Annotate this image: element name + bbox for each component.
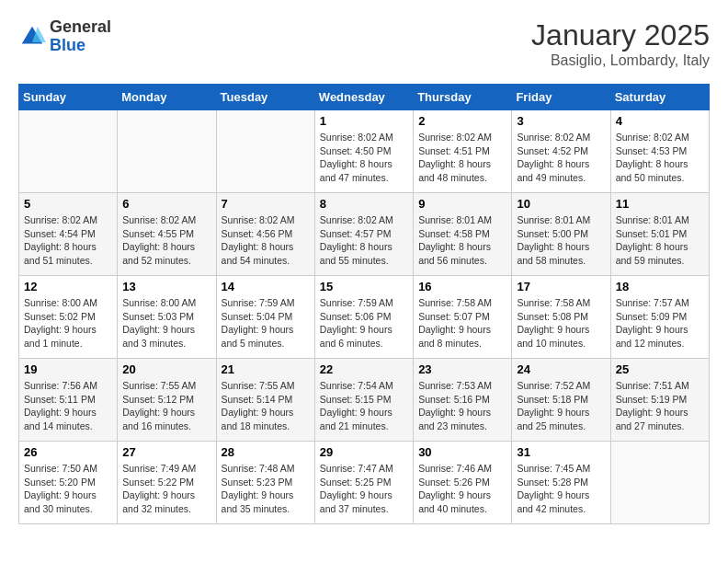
calendar-cell: 22Sunrise: 7:54 AM Sunset: 5:15 PM Dayli… [314,359,413,442]
weekday-header: Sunday [19,85,118,110]
calendar-cell: 12Sunrise: 8:00 AM Sunset: 5:02 PM Dayli… [19,276,118,359]
calendar-cell: 16Sunrise: 7:58 AM Sunset: 5:07 PM Dayli… [414,276,512,359]
day-info: Sunrise: 7:50 AM Sunset: 5:20 PM Dayligh… [24,462,112,516]
calendar-cell: 7Sunrise: 8:02 AM Sunset: 4:56 PM Daylig… [216,193,314,276]
day-info: Sunrise: 7:55 AM Sunset: 5:14 PM Dayligh… [222,379,310,433]
calendar-week-row: 1Sunrise: 8:02 AM Sunset: 4:50 PM Daylig… [19,110,710,193]
day-info: Sunrise: 7:52 AM Sunset: 5:18 PM Dayligh… [517,379,605,433]
calendar-cell: 6Sunrise: 8:02 AM Sunset: 4:55 PM Daylig… [118,193,216,276]
day-info: Sunrise: 8:02 AM Sunset: 4:56 PM Dayligh… [222,213,310,268]
calendar-cell: 4Sunrise: 8:02 AM Sunset: 4:53 PM Daylig… [610,110,709,193]
day-number: 24 [517,362,605,376]
calendar-cell: 21Sunrise: 7:55 AM Sunset: 5:14 PM Dayli… [216,359,314,442]
day-number: 16 [418,280,506,293]
day-info: Sunrise: 7:58 AM Sunset: 5:07 PM Dayligh… [418,296,506,350]
calendar-cell [19,110,118,193]
day-number: 6 [122,197,210,211]
day-number: 13 [122,280,210,293]
calendar-header: SundayMondayTuesdayWednesdayThursdayFrid… [19,85,710,110]
day-number: 5 [24,197,112,211]
calendar-cell: 18Sunrise: 7:57 AM Sunset: 5:09 PM Dayli… [610,276,709,359]
title-block: January 2025 Basiglio, Lombardy, Italy [531,18,710,69]
logo-text: General Blue [50,18,111,55]
day-number: 31 [517,445,605,459]
calendar-cell: 30Sunrise: 7:46 AM Sunset: 5:26 PM Dayli… [414,442,512,524]
logo-general: General [50,18,111,37]
day-number: 29 [320,445,408,459]
day-info: Sunrise: 7:56 AM Sunset: 5:11 PM Dayligh… [24,379,112,433]
day-number: 28 [222,445,310,459]
weekday-header-row: SundayMondayTuesdayWednesdayThursdayFrid… [19,85,710,110]
day-number: 9 [418,197,506,211]
day-info: Sunrise: 8:02 AM Sunset: 4:50 PM Dayligh… [320,131,408,185]
weekday-header: Monday [118,85,216,110]
day-number: 25 [616,362,704,376]
day-number: 11 [616,197,704,211]
day-info: Sunrise: 8:02 AM Sunset: 4:54 PM Dayligh… [24,213,112,268]
day-number: 1 [320,114,408,128]
calendar-cell: 3Sunrise: 8:02 AM Sunset: 4:52 PM Daylig… [512,110,610,193]
day-number: 8 [320,197,408,211]
calendar-week-row: 5Sunrise: 8:02 AM Sunset: 4:54 PM Daylig… [19,193,710,276]
day-info: Sunrise: 7:45 AM Sunset: 5:28 PM Dayligh… [517,462,605,516]
day-number: 26 [24,445,112,459]
weekday-header: Friday [512,85,610,110]
calendar-week-row: 26Sunrise: 7:50 AM Sunset: 5:20 PM Dayli… [19,442,710,524]
logo-icon [18,23,46,51]
calendar-cell [216,110,314,193]
day-info: Sunrise: 7:53 AM Sunset: 5:16 PM Dayligh… [418,379,506,433]
calendar-cell [610,442,709,524]
calendar-cell: 29Sunrise: 7:47 AM Sunset: 5:25 PM Dayli… [314,442,413,524]
calendar-cell: 5Sunrise: 8:02 AM Sunset: 4:54 PM Daylig… [19,193,118,276]
calendar-cell: 9Sunrise: 8:01 AM Sunset: 4:58 PM Daylig… [414,193,512,276]
calendar-cell: 24Sunrise: 7:52 AM Sunset: 5:18 PM Dayli… [512,359,610,442]
calendar-cell: 23Sunrise: 7:53 AM Sunset: 5:16 PM Dayli… [414,359,512,442]
day-info: Sunrise: 7:48 AM Sunset: 5:23 PM Dayligh… [222,462,310,516]
calendar-cell: 28Sunrise: 7:48 AM Sunset: 5:23 PM Dayli… [216,442,314,524]
day-number: 23 [418,362,506,376]
calendar-cell: 14Sunrise: 7:59 AM Sunset: 5:04 PM Dayli… [216,276,314,359]
day-info: Sunrise: 7:59 AM Sunset: 5:04 PM Dayligh… [222,296,310,350]
calendar-cell: 1Sunrise: 8:02 AM Sunset: 4:50 PM Daylig… [314,110,413,193]
calendar-table: SundayMondayTuesdayWednesdayThursdayFrid… [18,84,710,524]
calendar-week-row: 19Sunrise: 7:56 AM Sunset: 5:11 PM Dayli… [19,359,710,442]
day-number: 10 [517,197,605,211]
day-number: 14 [222,280,310,293]
calendar-cell: 2Sunrise: 8:02 AM Sunset: 4:51 PM Daylig… [414,110,512,193]
day-info: Sunrise: 7:57 AM Sunset: 5:09 PM Dayligh… [616,296,704,350]
calendar-cell: 10Sunrise: 8:01 AM Sunset: 5:00 PM Dayli… [512,193,610,276]
page-header: General Blue January 2025 Basiglio, Lomb… [18,18,710,69]
day-info: Sunrise: 7:51 AM Sunset: 5:19 PM Dayligh… [616,379,704,433]
day-number: 21 [222,362,310,376]
calendar-cell: 15Sunrise: 7:59 AM Sunset: 5:06 PM Dayli… [314,276,413,359]
calendar-cell [118,110,216,193]
day-info: Sunrise: 8:01 AM Sunset: 5:00 PM Dayligh… [517,213,605,268]
day-info: Sunrise: 8:02 AM Sunset: 4:51 PM Dayligh… [418,131,506,185]
day-number: 17 [517,280,605,293]
calendar-cell: 31Sunrise: 7:45 AM Sunset: 5:28 PM Dayli… [512,442,610,524]
calendar-body: 1Sunrise: 8:02 AM Sunset: 4:50 PM Daylig… [19,110,710,524]
day-info: Sunrise: 8:02 AM Sunset: 4:55 PM Dayligh… [122,213,210,268]
month-title: January 2025 [531,18,710,52]
weekday-header: Wednesday [314,85,413,110]
day-number: 18 [616,280,704,293]
weekday-header: Tuesday [216,85,314,110]
logo: General Blue [18,18,111,55]
day-info: Sunrise: 7:54 AM Sunset: 5:15 PM Dayligh… [320,379,408,433]
day-info: Sunrise: 7:59 AM Sunset: 5:06 PM Dayligh… [320,296,408,350]
day-number: 30 [418,445,506,459]
day-number: 3 [517,114,605,128]
day-number: 7 [222,197,310,211]
day-info: Sunrise: 8:00 AM Sunset: 5:02 PM Dayligh… [24,296,112,350]
day-info: Sunrise: 8:02 AM Sunset: 4:57 PM Dayligh… [320,213,408,268]
calendar-cell: 20Sunrise: 7:55 AM Sunset: 5:12 PM Dayli… [118,359,216,442]
day-number: 4 [616,114,704,128]
calendar-cell: 8Sunrise: 8:02 AM Sunset: 4:57 PM Daylig… [314,193,413,276]
day-number: 12 [24,280,112,293]
day-number: 19 [24,362,112,376]
day-info: Sunrise: 8:02 AM Sunset: 4:52 PM Dayligh… [517,131,605,185]
calendar-cell: 11Sunrise: 8:01 AM Sunset: 5:01 PM Dayli… [610,193,709,276]
logo-blue: Blue [50,37,111,55]
day-info: Sunrise: 8:00 AM Sunset: 5:03 PM Dayligh… [122,296,210,350]
day-number: 27 [122,445,210,459]
